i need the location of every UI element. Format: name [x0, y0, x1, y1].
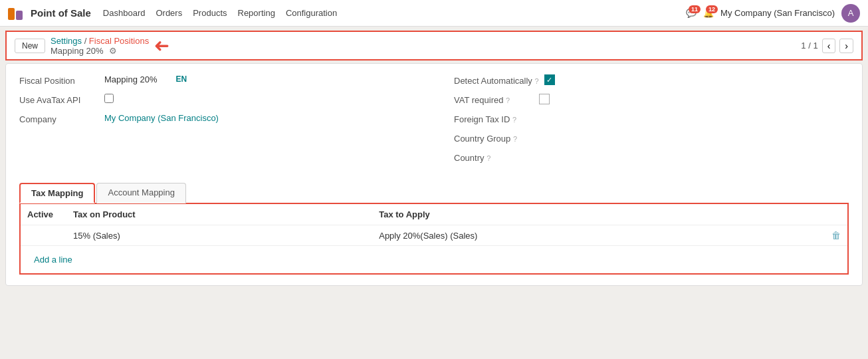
main-nav: Dashboard Orders Products Reporting Conf…: [103, 5, 337, 21]
nav-configuration[interactable]: Configuration: [286, 5, 337, 21]
breadcrumb-current-title: Mapping 20%: [51, 46, 104, 56]
company-value[interactable]: My Company (San Francisco): [104, 113, 219, 123]
country-group-label: Country Group ?: [454, 132, 534, 144]
user-avatar[interactable]: A: [841, 4, 860, 23]
col-active: Active: [20, 203, 66, 225]
use-avatax-checkbox[interactable]: [104, 94, 114, 103]
use-avatax-row: Use AvaTax API: [19, 94, 421, 105]
fiscal-position-value: Mapping 20%: [104, 74, 158, 84]
add-line-cell: Add a line: [20, 246, 848, 275]
delete-icon[interactable]: 🗑: [831, 230, 841, 241]
col-tax-on-product: Tax on Product: [66, 203, 372, 225]
nav-reporting[interactable]: Reporting: [238, 5, 275, 21]
nav-orders[interactable]: Orders: [156, 5, 182, 21]
breadcrumb-settings-link[interactable]: Settings: [51, 36, 82, 46]
company-label: Company: [19, 113, 99, 124]
tax-table-body: 15% (Sales) Apply 20%(Sales) (Sales) 🗑 A…: [20, 225, 848, 275]
next-button[interactable]: ›: [839, 39, 853, 53]
row-delete[interactable]: 🗑: [825, 225, 848, 246]
main-content: Fiscal Position Mapping 20% EN Use AvaTa…: [5, 63, 863, 286]
messages-badge: 11: [689, 5, 701, 13]
foreign-tax-label: Foreign Tax ID ?: [454, 113, 534, 124]
add-line-button[interactable]: Add a line: [27, 251, 79, 269]
row-active: [20, 225, 66, 246]
tax-table-header: Active Tax on Product Tax to Apply: [20, 203, 848, 225]
tab-account-mapping[interactable]: Account Mapping: [96, 183, 185, 203]
app-logo[interactable]: Point of Sale: [8, 7, 91, 20]
topnav: Point of Sale Dashboard Orders Products …: [0, 0, 868, 27]
app-title: Point of Sale: [31, 7, 91, 19]
fiscal-position-row: Fiscal Position Mapping 20% EN: [19, 74, 421, 86]
tabs-container: Tax Mapping Account Mapping Active Tax o…: [19, 183, 849, 275]
country-row: Country ?: [454, 152, 849, 163]
breadcrumb-left: New Settings / Fiscal Positions Mapping …: [15, 35, 169, 57]
tab-tax-mapping[interactable]: Tax Mapping: [19, 183, 95, 203]
form-grid: Fiscal Position Mapping 20% EN Use AvaTa…: [19, 74, 849, 171]
vat-required-row: VAT required ?: [454, 94, 849, 105]
country-group-row: Country Group ?: [454, 132, 849, 144]
topnav-right: 💬 11 🔔 12 My Company (San Francisco) A: [686, 4, 860, 23]
company-row: Company My Company (San Francisco): [19, 113, 421, 124]
fiscal-position-label: Fiscal Position: [19, 74, 99, 86]
vat-required-checkbox[interactable]: [539, 94, 550, 104]
country-label: Country ?: [454, 152, 534, 163]
company-name: My Company (San Francisco): [720, 8, 835, 18]
foreign-tax-help-icon[interactable]: ?: [512, 116, 516, 124]
vat-required-label: VAT required ?: [454, 94, 534, 105]
row-tax-on-product: 15% (Sales): [66, 225, 372, 246]
pagination-label: 1 / 1: [801, 41, 817, 51]
nav-products[interactable]: Products: [193, 5, 227, 21]
col-tax-to-apply: Tax to Apply: [372, 203, 825, 225]
tab-list: Tax Mapping Account Mapping: [19, 183, 849, 203]
detect-auto-row: Detect Automatically ? ✓: [454, 74, 849, 86]
vat-required-help-icon[interactable]: ?: [506, 96, 510, 104]
row-tax-to-apply: Apply 20%(Sales) (Sales): [372, 225, 825, 246]
use-avatax-label: Use AvaTax API: [19, 94, 99, 105]
arrow-annotation: ➜: [154, 35, 169, 57]
breadcrumb: Settings / Fiscal Positions Mapping 20% …: [51, 36, 149, 56]
breadcrumb-bar: New Settings / Fiscal Positions Mapping …: [5, 31, 863, 60]
breadcrumb-fiscal-positions-link[interactable]: Fiscal Positions: [89, 36, 149, 46]
breadcrumb-right: 1 / 1 ‹ ›: [801, 39, 853, 53]
activity-button[interactable]: 🔔 12: [703, 8, 714, 18]
tax-mapping-table: Active Tax on Product Tax to Apply 15% (…: [19, 203, 849, 275]
country-group-help-icon[interactable]: ?: [513, 135, 517, 143]
red-arrow-icon: ➜: [154, 35, 169, 57]
gear-icon[interactable]: ⚙: [109, 46, 117, 56]
breadcrumb-separator: /: [84, 36, 89, 46]
logo-icon: [8, 7, 27, 20]
activity-badge: 12: [706, 5, 718, 13]
form-left: Fiscal Position Mapping 20% EN Use AvaTa…: [19, 74, 434, 171]
new-button[interactable]: New: [15, 39, 45, 53]
prev-button[interactable]: ‹: [822, 39, 836, 53]
detect-auto-label: Detect Automatically ?: [454, 74, 539, 86]
nav-dashboard[interactable]: Dashboard: [103, 5, 146, 21]
table-row: 15% (Sales) Apply 20%(Sales) (Sales) 🗑: [20, 225, 848, 246]
lang-badge[interactable]: EN: [176, 74, 187, 84]
detect-auto-checkbox[interactable]: ✓: [544, 74, 555, 85]
country-help-icon[interactable]: ?: [487, 154, 490, 162]
form-right: Detect Automatically ? ✓ VAT required ? …: [434, 74, 849, 171]
detect-auto-help-icon[interactable]: ?: [534, 77, 538, 85]
messages-button[interactable]: 💬 11: [686, 8, 697, 18]
foreign-tax-row: Foreign Tax ID ?: [454, 113, 849, 124]
add-line-row: Add a line: [20, 246, 848, 275]
